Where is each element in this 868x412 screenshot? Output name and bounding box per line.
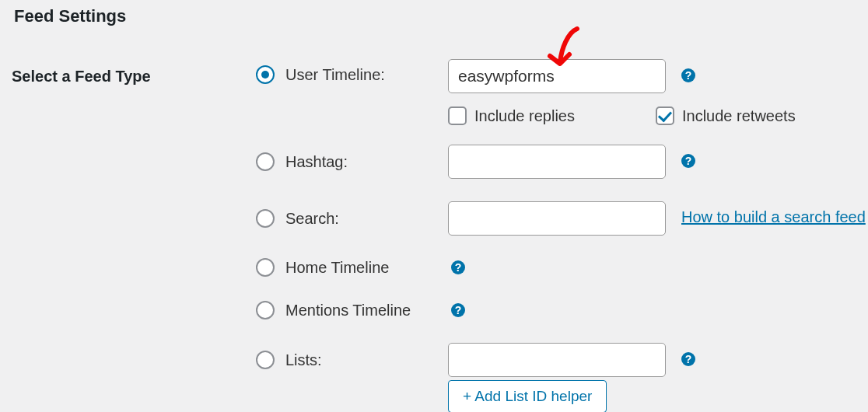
radio-mentions-timeline[interactable] xyxy=(256,301,275,319)
select-feed-type-label: Select a Feed Type xyxy=(12,68,151,86)
radio-hashtag[interactable] xyxy=(256,152,275,171)
radio-lists[interactable] xyxy=(256,351,275,369)
radio-home-timeline[interactable] xyxy=(256,258,275,277)
radio-search[interactable] xyxy=(256,209,275,228)
help-icon[interactable]: ? xyxy=(681,352,695,366)
mentions-timeline-label: Mentions Timeline xyxy=(285,302,411,319)
include-retweets-label: Include retweets xyxy=(682,107,796,125)
user-timeline-input[interactable] xyxy=(448,59,666,93)
help-icon[interactable]: ? xyxy=(681,68,695,82)
add-list-id-helper-button[interactable]: + Add List ID helper xyxy=(448,380,607,412)
hashtag-input[interactable] xyxy=(448,145,666,179)
help-icon[interactable]: ? xyxy=(451,260,465,274)
how-to-build-search-feed-link[interactable]: How to build a search feed xyxy=(681,208,866,226)
help-icon[interactable]: ? xyxy=(451,303,465,317)
include-replies-checkbox[interactable] xyxy=(448,106,467,125)
search-label: Search: xyxy=(285,210,339,228)
lists-input[interactable] xyxy=(448,343,666,377)
include-replies-label: Include replies xyxy=(474,107,575,125)
feed-settings-heading: Feed Settings xyxy=(14,6,126,26)
hashtag-label: Hashtag: xyxy=(285,153,348,171)
help-icon[interactable]: ? xyxy=(681,154,695,168)
user-timeline-label: User Timeline: xyxy=(285,66,385,84)
search-input[interactable] xyxy=(448,201,666,236)
lists-label: Lists: xyxy=(285,351,322,369)
home-timeline-label: Home Timeline xyxy=(285,259,389,277)
include-retweets-checkbox[interactable] xyxy=(656,106,674,125)
radio-user-timeline[interactable] xyxy=(256,65,275,84)
